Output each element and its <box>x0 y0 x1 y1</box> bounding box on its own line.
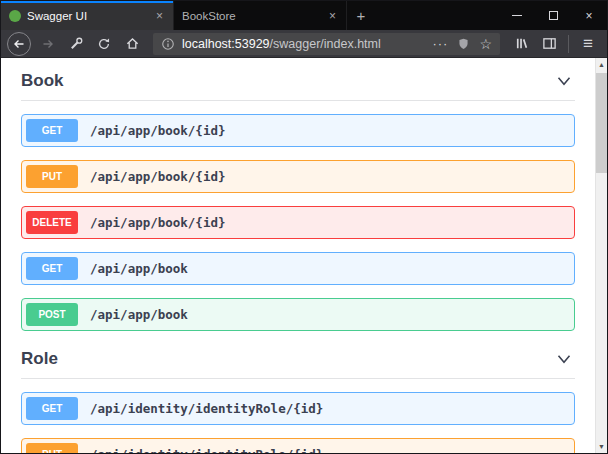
tab-close-icon[interactable]: × <box>327 9 338 23</box>
back-arrow-icon <box>13 38 25 50</box>
maximize-icon <box>549 11 558 20</box>
home-button[interactable] <box>119 32 145 56</box>
method-badge: POST <box>26 303 78 326</box>
page-viewport: Book GET /api/app/book/{id} PUT /api/app… <box>1 58 607 453</box>
url-path: /swagger/index.html <box>270 37 381 51</box>
section-title: Role <box>21 349 58 369</box>
url-bar[interactable]: localhost:53929/swagger/index.html ··· ☆ <box>153 33 500 55</box>
close-button[interactable]: × <box>571 1 607 30</box>
wrench-button[interactable] <box>63 32 89 56</box>
site-info-icon[interactable] <box>161 37 175 51</box>
sidebar-icon <box>542 36 557 51</box>
method-badge: PUT <box>26 165 78 188</box>
endpoint-path: /api/app/book <box>90 307 188 322</box>
shield-icon[interactable] <box>457 37 470 51</box>
endpoint-row[interactable]: POST /api/app/book <box>21 298 575 331</box>
endpoint-row[interactable]: GET /api/app/book/{id} <box>21 114 575 147</box>
chevron-down-icon[interactable] <box>553 348 575 370</box>
new-tab-button[interactable]: + <box>347 1 375 30</box>
endpoint-path: /api/identity/identityRole/{id} <box>90 447 323 453</box>
navigation-bar: localhost:53929/swagger/index.html ··· ☆… <box>1 30 607 58</box>
scrollbar-track[interactable] <box>596 71 607 440</box>
toolbar-divider <box>568 35 569 53</box>
tab-swagger-ui[interactable]: Swagger UI × <box>1 1 174 30</box>
scroll-down-icon[interactable]: ▼ <box>596 440 607 453</box>
scrollbar-thumb[interactable] <box>596 73 607 173</box>
forward-button[interactable] <box>35 32 61 56</box>
url-actions: ··· ☆ <box>432 36 492 52</box>
sidebar-button[interactable] <box>536 32 562 56</box>
tab-title: Swagger UI <box>27 10 148 22</box>
endpoint-row[interactable]: PUT /api/identity/identityRole/{id} <box>21 438 575 453</box>
swagger-favicon-icon <box>9 10 21 22</box>
swagger-content: Book GET /api/app/book/{id} PUT /api/app… <box>1 58 595 453</box>
tab-bookstore[interactable]: BookStore × <box>174 1 347 30</box>
url-host: localhost:53929 <box>182 37 270 51</box>
menu-button[interactable]: ≡ <box>575 34 601 54</box>
forward-arrow-icon <box>42 38 54 50</box>
tab-close-icon[interactable]: × <box>154 9 165 23</box>
endpoint-row[interactable]: GET /api/app/book <box>21 252 575 285</box>
endpoint-row[interactable]: DELETE /api/app/book/{id} <box>21 206 575 239</box>
minimize-button[interactable] <box>499 1 535 30</box>
page-actions-icon[interactable]: ··· <box>432 36 448 51</box>
endpoint-path: /api/app/book/{id} <box>90 169 225 184</box>
tabbar-spacer <box>375 1 499 30</box>
section-title: Book <box>21 71 64 91</box>
section-header-book[interactable]: Book <box>21 66 575 101</box>
method-badge: GET <box>26 397 78 420</box>
vertical-scrollbar[interactable]: ▲ ▼ <box>595 58 607 453</box>
section-header-role[interactable]: Role <box>21 344 575 379</box>
home-icon <box>125 36 140 51</box>
tab-title: BookStore <box>182 10 321 22</box>
minimize-icon <box>512 15 522 16</box>
endpoint-path: /api/identity/identityRole/{id} <box>90 401 323 416</box>
method-badge: PUT <box>26 443 78 453</box>
reload-icon <box>97 37 111 51</box>
library-icon <box>514 36 529 51</box>
wrench-icon <box>69 36 84 51</box>
endpoint-row[interactable]: PUT /api/app/book/{id} <box>21 160 575 193</box>
maximize-button[interactable] <box>535 1 571 30</box>
back-button[interactable] <box>7 32 31 56</box>
bookmark-star-icon[interactable]: ☆ <box>479 36 492 52</box>
method-badge: GET <box>26 257 78 280</box>
section-book: Book GET /api/app/book/{id} PUT /api/app… <box>21 66 575 331</box>
endpoint-path: /api/app/book/{id} <box>90 123 225 138</box>
library-button[interactable] <box>508 32 534 56</box>
chevron-down-icon[interactable] <box>553 70 575 92</box>
url-text: localhost:53929/swagger/index.html <box>182 37 425 51</box>
method-badge: DELETE <box>26 211 78 234</box>
method-badge: GET <box>26 119 78 142</box>
endpoint-row[interactable]: GET /api/identity/identityRole/{id} <box>21 392 575 425</box>
browser-window: Swagger UI × BookStore × + × <box>0 0 608 454</box>
endpoint-path: /api/app/book <box>90 261 188 276</box>
scroll-up-icon[interactable]: ▲ <box>596 58 607 71</box>
tab-bar: Swagger UI × BookStore × + × <box>1 1 607 30</box>
section-role: Role GET /api/identity/identityRole/{id}… <box>21 344 575 453</box>
endpoint-path: /api/app/book/{id} <box>90 215 225 230</box>
reload-button[interactable] <box>91 32 117 56</box>
